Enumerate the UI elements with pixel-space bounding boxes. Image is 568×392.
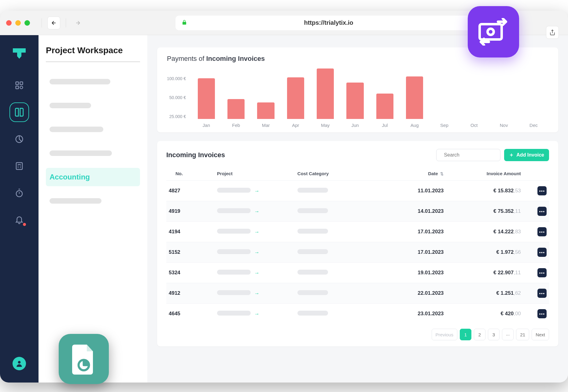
cell-project: → — [215, 283, 295, 304]
arrow-right-icon: → — [254, 209, 260, 214]
cell-amount: € 1.251,62 — [446, 283, 523, 304]
chart-area: 100.000 € 50.000 € 25.000 € JanFebMarApr… — [167, 67, 548, 128]
bar-col: Jul — [370, 67, 400, 128]
row-menu-button[interactable]: ••• — [537, 186, 547, 195]
page-prev[interactable]: Previous — [432, 329, 457, 340]
add-invoice-button[interactable]: Add Invoice — [504, 149, 549, 161]
bar-col: Jan — [191, 67, 221, 128]
bar-label: Feb — [232, 123, 240, 128]
app-logo[interactable] — [12, 47, 27, 64]
bar-label: Aug — [411, 123, 419, 128]
stopwatch-icon[interactable] — [14, 187, 25, 198]
bar-label: Jun — [351, 123, 359, 128]
badge-transactions-icon — [468, 6, 519, 57]
notification-dot — [23, 223, 26, 226]
svg-point-7 — [18, 361, 21, 364]
row-menu-button[interactable]: ••• — [537, 268, 547, 277]
bar-label: May — [321, 123, 330, 128]
sidebar-item[interactable] — [46, 72, 140, 91]
bar-label: Apr — [292, 123, 299, 128]
bar-col: Oct — [459, 67, 489, 128]
search-input[interactable] — [436, 149, 500, 161]
sidebar-item[interactable] — [46, 192, 140, 210]
secondary-sidebar: Project Workspace Accounting — [39, 35, 147, 383]
cell-date: 19.01.2023 — [378, 263, 446, 283]
badge-document-icon — [59, 334, 109, 384]
cell-amount: € 14.222,83 — [446, 222, 523, 242]
pie-chart-icon[interactable] — [14, 134, 25, 145]
table-row[interactable]: 5324→19.01.2023€ 22.907,11••• — [166, 263, 549, 283]
cell-category — [295, 263, 379, 283]
bar[interactable] — [257, 102, 274, 119]
bar-col: Mar — [251, 67, 281, 128]
window-maximize[interactable] — [24, 20, 30, 26]
sidebar-item[interactable] — [46, 144, 140, 162]
traffic-lights — [6, 20, 30, 26]
table-row[interactable]: 4919→14.01.2023€ 75.352,11••• — [166, 201, 549, 222]
bar[interactable] — [317, 68, 334, 119]
app: Project Workspace Accounting Payments of… — [0, 35, 568, 383]
address-bar[interactable]: https://trialytix.io — [175, 16, 482, 30]
calculator-icon[interactable] — [14, 161, 25, 172]
page-···[interactable]: ··· — [502, 329, 514, 340]
bar-label: Oct — [470, 123, 478, 128]
table-row[interactable]: 4827→11.01.2023€ 15.832,53••• — [166, 181, 549, 201]
header-amount[interactable]: Invoice Amount — [446, 167, 523, 181]
window-minimize[interactable] — [15, 20, 21, 26]
row-menu-button[interactable]: ••• — [537, 309, 547, 318]
cell-amount: € 22.907,11 — [446, 263, 523, 283]
header-date[interactable]: Date ⇅ — [378, 167, 446, 181]
bar[interactable] — [406, 76, 423, 119]
book-icon[interactable] — [14, 107, 25, 118]
row-menu-button[interactable]: ••• — [537, 248, 547, 257]
sidebar-item-accounting[interactable]: Accounting — [46, 168, 140, 186]
bar-col: Aug — [400, 67, 429, 128]
bar[interactable] — [346, 83, 363, 119]
bar-col: Jun — [340, 67, 370, 128]
page-next[interactable]: Next — [532, 329, 549, 340]
page-2[interactable]: 2 — [474, 329, 485, 340]
bar-col: Dec — [519, 67, 548, 128]
table-row[interactable]: 4194→17.01.2023€ 14.222,83••• — [166, 222, 549, 242]
arrow-right-icon: → — [254, 290, 260, 296]
page-3[interactable]: 3 — [488, 329, 500, 340]
header-no[interactable]: No. — [166, 167, 215, 181]
cell-project: → — [215, 201, 295, 222]
cell-no: 4827 — [166, 181, 215, 201]
table-row[interactable]: 4645→23.01.2023€ 420,00••• — [166, 304, 549, 324]
bell-icon[interactable] — [14, 214, 25, 225]
browser-forward-button[interactable] — [72, 17, 84, 29]
cell-project: → — [215, 181, 295, 201]
cell-category — [295, 304, 379, 324]
share-button[interactable] — [546, 26, 559, 39]
row-menu-button[interactable]: ••• — [537, 227, 547, 236]
arrow-right-icon: → — [254, 311, 260, 317]
table-row[interactable]: 4912→22.01.2023€ 1.251,62••• — [166, 283, 549, 304]
cell-date: 23.01.2023 — [378, 304, 446, 324]
row-menu-button[interactable]: ••• — [537, 207, 547, 216]
dashboard-icon[interactable] — [14, 80, 25, 91]
sidebar-item[interactable] — [46, 96, 140, 115]
window-close[interactable] — [6, 20, 12, 26]
chart-card: Payments of Incoming Invoices 100.000 € … — [157, 47, 558, 132]
cell-project: → — [215, 263, 295, 283]
header-project[interactable]: Project — [215, 167, 295, 181]
bar[interactable] — [227, 99, 245, 119]
browser-back-button[interactable] — [47, 17, 60, 29]
bar[interactable] — [287, 77, 304, 119]
row-menu-button[interactable]: ••• — [537, 289, 547, 298]
table-row[interactable]: 5152→17.01.2023€ 1.972,56••• — [166, 242, 549, 263]
user-avatar[interactable] — [13, 357, 26, 370]
sidebar-item[interactable] — [46, 120, 140, 139]
bar-col: Sep — [430, 67, 459, 128]
svg-rect-2 — [16, 86, 19, 89]
cell-amount: € 75.352,11 — [446, 201, 523, 222]
primary-nav-rail — [0, 35, 39, 383]
header-category[interactable]: Cost Category — [295, 167, 379, 181]
browser-window: https://trialytix.io — [0, 11, 568, 383]
bar-label: Nov — [500, 123, 508, 128]
page-21[interactable]: 21 — [516, 329, 529, 340]
page-1[interactable]: 1 — [460, 329, 471, 340]
bar[interactable] — [198, 78, 215, 119]
bar[interactable] — [376, 94, 393, 119]
